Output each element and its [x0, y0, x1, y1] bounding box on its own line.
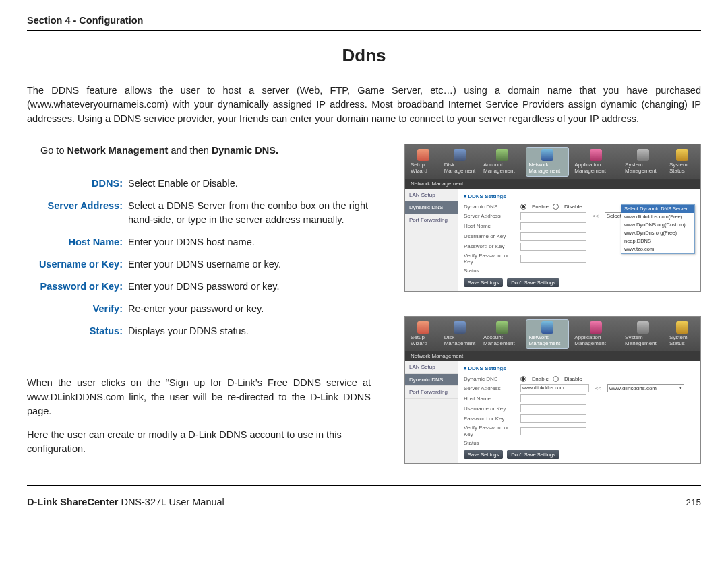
note-paragraph-2: Here the user can create or modify a D-L…: [27, 428, 371, 456]
row-label: Server Address: [464, 213, 516, 220]
server-address-input[interactable]: [520, 212, 586, 220]
note-paragraph-1: When the user clicks on the “Sign up for…: [27, 376, 371, 418]
def-desc: Displays your DDNS status.: [125, 320, 371, 342]
dropdown-option[interactable]: Select Dynamic DNS Server: [621, 205, 694, 213]
disable-label: Disable: [564, 376, 582, 383]
account-icon: [496, 149, 508, 161]
breadcrumb: Network Management: [405, 179, 700, 189]
sidebar-dynamic-dns[interactable]: Dynamic DNS: [405, 201, 458, 214]
save-settings-button[interactable]: Save Settings: [464, 450, 503, 459]
row-label: Username or Key: [464, 233, 516, 240]
chevron-down-icon: ▾: [679, 385, 682, 391]
server-address-input[interactable]: www.dlinkddns.com: [520, 384, 589, 392]
dropdown-option[interactable]: www.DynDns.org(Free): [621, 229, 694, 237]
nav-network[interactable]: Network Management: [526, 147, 569, 177]
dropdown-option[interactable]: www.DynDNS.org(Custom): [621, 221, 694, 229]
screenshot-ddns-dropdown: Setup Wizard Disk Management Account Man…: [404, 144, 701, 292]
nav-account[interactable]: Account Management: [481, 319, 524, 349]
wizard-icon: [417, 149, 429, 161]
radio-enable[interactable]: [520, 204, 526, 210]
radio-enable[interactable]: [520, 376, 526, 382]
footer-brand-bold: D-Link ShareCenter: [27, 497, 118, 507]
page-title: Ddns: [27, 43, 701, 69]
nav-label: Disk Management: [444, 334, 476, 347]
server-dropdown-list[interactable]: Select Dynamic DNS Server www.dlinkddns.…: [621, 204, 695, 254]
nav-account[interactable]: Account Management: [481, 147, 524, 177]
network-icon: [541, 321, 553, 334]
row-label: Status: [464, 268, 516, 274]
username-input[interactable]: [520, 404, 586, 412]
def-label: Password or Key:: [27, 276, 125, 298]
page-number: 215: [686, 496, 701, 509]
nav-system-mgmt[interactable]: System Management: [622, 319, 664, 349]
screenshot-panel: DDNS Settings Dynamic DNS Enable Disable…: [458, 361, 700, 463]
verify-input[interactable]: [520, 427, 586, 435]
nav-label: System Management: [625, 162, 661, 175]
wizard-icon: [417, 321, 429, 334]
ll-arrow: <<: [593, 213, 599, 219]
nav-application[interactable]: Application Management: [572, 147, 619, 177]
nav-system-status[interactable]: System Status: [667, 147, 698, 177]
dropdown-option[interactable]: www.tzo.com: [621, 245, 694, 253]
def-desc: Enter your DDNS password or key.: [125, 276, 371, 298]
radio-disable[interactable]: [553, 376, 559, 382]
dont-save-button[interactable]: Don't Save Settings: [507, 278, 559, 287]
def-label: Host Name:: [27, 231, 125, 253]
sidebar-lan-setup[interactable]: LAN Setup: [405, 361, 458, 374]
nav-setup-wizard[interactable]: Setup Wizard: [408, 319, 439, 349]
screenshot-panel: DDNS Settings Dynamic DNS Enable Disable…: [458, 189, 700, 291]
username-input[interactable]: [520, 232, 586, 241]
save-settings-button[interactable]: Save Settings: [464, 278, 503, 287]
dropdown-option[interactable]: www.dlinkddns.com(Free): [621, 213, 694, 221]
def-label: DDNS:: [27, 173, 125, 195]
footer-brand: D-Link ShareCenter DNS-327L User Manual: [27, 495, 224, 509]
host-name-input[interactable]: [520, 222, 586, 230]
row-label: Username or Key: [464, 406, 516, 412]
dropdown-option[interactable]: neap.DDNS: [621, 237, 694, 245]
host-name-input[interactable]: [520, 394, 586, 402]
app-icon: [590, 321, 602, 334]
nav-application[interactable]: Application Management: [572, 319, 619, 349]
row-label: Host Name: [464, 396, 516, 402]
sidebar-port-forwarding[interactable]: Port Forwarding: [405, 386, 458, 399]
nav-label: Setup Wizard: [411, 162, 436, 175]
def-label: Username or Key:: [27, 253, 125, 276]
screenshot-ddns-filled: Setup Wizard Disk Management Account Man…: [404, 316, 701, 464]
account-icon: [496, 321, 508, 334]
password-input[interactable]: [520, 414, 586, 423]
nav-network[interactable]: Network Management: [526, 319, 569, 349]
intro-paragraph: The DDNS feature allows the user to host…: [27, 84, 701, 126]
def-desc: Select Enable or Disable.: [125, 173, 371, 195]
app-icon: [590, 149, 602, 161]
def-label: Server Address:: [27, 195, 125, 231]
go-path: Go to Network Management and then Dynami…: [40, 144, 371, 158]
nav-disk[interactable]: Disk Management: [442, 147, 478, 177]
row-label: Dynamic DNS: [464, 204, 516, 210]
disable-label: Disable: [564, 204, 582, 210]
sidebar-lan-setup[interactable]: LAN Setup: [405, 189, 458, 202]
nav-setup-wizard[interactable]: Setup Wizard: [408, 147, 439, 177]
dont-save-button[interactable]: Don't Save Settings: [507, 450, 559, 459]
nav-disk[interactable]: Disk Management: [442, 319, 478, 349]
def-desc: Select a DDNS Server from the combo box …: [125, 195, 371, 231]
sidebar-port-forwarding[interactable]: Port Forwarding: [405, 214, 458, 227]
section-header: Section 4 - Configuration: [27, 13, 701, 28]
nav-label: System Status: [669, 334, 695, 347]
screenshot-topnav: Setup Wizard Disk Management Account Man…: [405, 317, 700, 351]
nav-system-mgmt[interactable]: System Management: [622, 147, 664, 177]
nav-label: Application Management: [574, 162, 617, 175]
def-desc: Re-enter your password or key.: [125, 298, 371, 320]
password-input[interactable]: [520, 243, 586, 251]
nav-system-status[interactable]: System Status: [667, 319, 698, 349]
network-icon: [541, 149, 553, 161]
radio-disable[interactable]: [553, 204, 559, 210]
system-icon: [637, 149, 649, 161]
disk-icon: [454, 321, 466, 334]
row-label: Host Name: [464, 223, 516, 230]
go-pre: Go to: [40, 145, 67, 156]
row-label: Verify Password or Key: [464, 425, 516, 437]
verify-input[interactable]: [520, 255, 586, 263]
server-select[interactable]: www.dlinkddns.com▾: [607, 384, 684, 392]
row-label: Dynamic DNS: [464, 376, 516, 383]
sidebar-dynamic-dns[interactable]: Dynamic DNS: [405, 374, 458, 387]
